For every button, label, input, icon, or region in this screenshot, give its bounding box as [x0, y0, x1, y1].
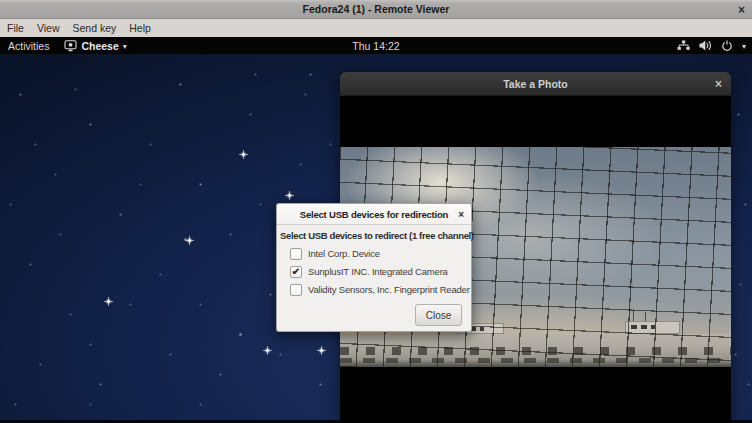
- remote-viewer-titlebar[interactable]: Fedora24 (1) - Remote Viewer ×: [0, 0, 752, 19]
- device-label: Intel Corp. Device: [308, 248, 380, 259]
- usb-dialog-header: Select USB devices to redirect (1 free c…: [280, 230, 468, 241]
- device-label: Validity Sensors, Inc. Fingerprint Reade…: [308, 284, 470, 295]
- activities-button[interactable]: Activities: [8, 40, 49, 52]
- device-row-sunplus-camera[interactable]: ✔ SunplusIT INC. Integrated Camera: [290, 264, 471, 279]
- app-menu-label: Cheese: [81, 40, 118, 52]
- menu-send-key[interactable]: Send key: [73, 22, 117, 34]
- usb-dialog-title: Select USB devices for redirection: [300, 209, 448, 220]
- bright-star: [185, 236, 194, 245]
- network-wired-icon: [677, 40, 690, 51]
- device-label: SunplusIT INC. Integrated Camera: [308, 266, 448, 277]
- bright-star: [263, 346, 272, 355]
- menu-file[interactable]: File: [7, 22, 24, 34]
- checkbox-intel-device[interactable]: [290, 248, 302, 260]
- chevron-down-icon: ▾: [742, 42, 746, 51]
- checkbox-integrated-camera[interactable]: ✔: [290, 266, 302, 278]
- device-row-fingerprint-reader[interactable]: Validity Sensors, Inc. Fingerprint Reade…: [290, 282, 471, 297]
- checkbox-fingerprint-reader[interactable]: [290, 284, 302, 296]
- starfield: [0, 54, 1, 55]
- system-status-area[interactable]: ▾: [677, 37, 746, 54]
- bright-star: [285, 191, 294, 200]
- app-menu-cheese[interactable]: Cheese ▾: [64, 40, 126, 52]
- window-title: Fedora24 (1) - Remote Viewer: [303, 3, 450, 15]
- close-icon[interactable]: ×: [715, 72, 722, 96]
- chevron-down-icon: ▾: [123, 42, 127, 51]
- menu-help[interactable]: Help: [129, 22, 151, 34]
- usb-dialog-titlebar[interactable]: Select USB devices for redirection ×: [277, 204, 471, 225]
- volume-icon: [699, 40, 712, 51]
- take-a-photo-titlebar[interactable]: Take a Photo ×: [340, 72, 731, 96]
- cheese-app-icon: [64, 40, 77, 52]
- bright-star: [317, 346, 326, 355]
- bright-star: [239, 150, 248, 159]
- close-icon[interactable]: ×: [458, 204, 464, 225]
- power-icon: [721, 40, 733, 52]
- usb-redirection-dialog: Select USB devices for redirection × Sel…: [276, 203, 472, 332]
- close-icon[interactable]: ×: [738, 0, 745, 19]
- gnome-top-bar: Activities Cheese ▾ Thu 14:22: [0, 37, 752, 54]
- bright-star: [104, 297, 113, 306]
- device-row-intel[interactable]: Intel Corp. Device: [290, 246, 471, 261]
- photo-window-title: Take a Photo: [503, 78, 568, 90]
- close-button[interactable]: Close: [415, 304, 462, 326]
- menubar: File View Send key Help: [0, 19, 752, 37]
- menu-view[interactable]: View: [37, 22, 60, 34]
